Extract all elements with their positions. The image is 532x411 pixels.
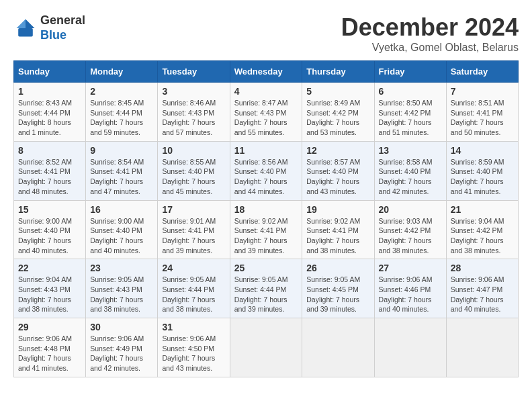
calendar-cell <box>374 318 446 377</box>
logo-icon <box>13 16 38 40</box>
day-number: 2 <box>90 86 153 97</box>
day-number: 18 <box>234 204 298 215</box>
day-number: 29 <box>18 322 81 332</box>
logo: General Blue <box>13 13 85 42</box>
day-number: 20 <box>379 204 442 215</box>
calendar-week-4: 22Sunrise: 9:04 AM Sunset: 4:43 PM Dayli… <box>14 259 519 318</box>
day-number: 23 <box>90 263 153 273</box>
weekday-header-monday: Monday <box>86 61 158 83</box>
calendar-cell: 23Sunrise: 9:05 AM Sunset: 4:43 PM Dayli… <box>86 259 158 318</box>
title-block: December 2024 Vyetka, Gomel Oblast, Bela… <box>341 13 519 54</box>
calendar-header: SundayMondayTuesdayWednesdayThursdayFrid… <box>14 61 519 83</box>
day-info: Sunrise: 8:47 AM Sunset: 4:43 PM Dayligh… <box>234 98 298 138</box>
day-number: 25 <box>234 263 298 273</box>
day-info: Sunrise: 8:59 AM Sunset: 4:40 PM Dayligh… <box>451 157 514 197</box>
day-number: 15 <box>18 204 81 215</box>
day-info: Sunrise: 8:55 AM Sunset: 4:40 PM Dayligh… <box>162 157 225 197</box>
calendar-cell: 21Sunrise: 9:04 AM Sunset: 4:42 PM Dayli… <box>446 200 518 259</box>
calendar-cell: 27Sunrise: 9:06 AM Sunset: 4:46 PM Dayli… <box>374 259 446 318</box>
calendar-cell: 8Sunrise: 8:52 AM Sunset: 4:41 PM Daylig… <box>14 141 86 200</box>
calendar-cell: 18Sunrise: 9:02 AM Sunset: 4:41 PM Dayli… <box>230 200 302 259</box>
month-title: December 2024 <box>341 13 519 42</box>
day-info: Sunrise: 8:58 AM Sunset: 4:40 PM Dayligh… <box>379 157 442 197</box>
calendar-table: SundayMondayTuesdayWednesdayThursdayFrid… <box>13 60 519 377</box>
day-info: Sunrise: 9:06 AM Sunset: 4:50 PM Dayligh… <box>162 334 225 373</box>
day-number: 8 <box>18 145 81 156</box>
weekday-header-wednesday: Wednesday <box>230 61 302 83</box>
day-info: Sunrise: 9:00 AM Sunset: 4:40 PM Dayligh… <box>90 216 153 256</box>
calendar-cell: 31Sunrise: 9:06 AM Sunset: 4:50 PM Dayli… <box>158 318 230 377</box>
calendar-cell: 13Sunrise: 8:58 AM Sunset: 4:40 PM Dayli… <box>374 141 446 200</box>
location-title: Vyetka, Gomel Oblast, Belarus <box>341 42 519 54</box>
calendar-cell <box>302 318 374 377</box>
day-info: Sunrise: 9:06 AM Sunset: 4:48 PM Dayligh… <box>18 334 81 373</box>
calendar-cell: 20Sunrise: 9:03 AM Sunset: 4:42 PM Dayli… <box>374 200 446 259</box>
day-number: 12 <box>306 145 369 156</box>
day-info: Sunrise: 9:05 AM Sunset: 4:44 PM Dayligh… <box>162 275 225 314</box>
day-number: 4 <box>234 86 298 97</box>
calendar-cell: 30Sunrise: 9:06 AM Sunset: 4:49 PM Dayli… <box>86 318 158 377</box>
calendar-week-2: 8Sunrise: 8:52 AM Sunset: 4:41 PM Daylig… <box>14 141 519 200</box>
day-number: 27 <box>379 263 442 273</box>
calendar-cell: 26Sunrise: 9:05 AM Sunset: 4:45 PM Dayli… <box>302 259 374 318</box>
day-number: 26 <box>306 263 369 273</box>
calendar-cell <box>446 318 518 377</box>
day-number: 1 <box>18 86 81 97</box>
calendar-week-5: 29Sunrise: 9:06 AM Sunset: 4:48 PM Dayli… <box>14 318 519 377</box>
day-info: Sunrise: 9:06 AM Sunset: 4:47 PM Dayligh… <box>451 275 514 314</box>
day-number: 19 <box>306 204 369 215</box>
logo-text: General Blue <box>40 13 85 42</box>
calendar-cell: 12Sunrise: 8:57 AM Sunset: 4:40 PM Dayli… <box>302 141 374 200</box>
day-number: 30 <box>90 322 153 332</box>
day-info: Sunrise: 9:04 AM Sunset: 4:42 PM Dayligh… <box>451 216 514 256</box>
day-info: Sunrise: 9:03 AM Sunset: 4:42 PM Dayligh… <box>379 216 442 256</box>
calendar-cell: 4Sunrise: 8:47 AM Sunset: 4:43 PM Daylig… <box>230 83 302 142</box>
day-number: 11 <box>234 145 298 156</box>
day-info: Sunrise: 8:54 AM Sunset: 4:41 PM Dayligh… <box>90 157 153 197</box>
weekday-header-thursday: Thursday <box>302 61 374 83</box>
calendar-cell: 22Sunrise: 9:04 AM Sunset: 4:43 PM Dayli… <box>14 259 86 318</box>
calendar-cell: 5Sunrise: 8:49 AM Sunset: 4:42 PM Daylig… <box>302 83 374 142</box>
day-info: Sunrise: 8:56 AM Sunset: 4:40 PM Dayligh… <box>234 157 298 197</box>
day-number: 7 <box>451 86 514 97</box>
day-info: Sunrise: 9:05 AM Sunset: 4:43 PM Dayligh… <box>90 275 153 314</box>
calendar-cell: 2Sunrise: 8:45 AM Sunset: 4:44 PM Daylig… <box>86 83 158 142</box>
day-info: Sunrise: 9:06 AM Sunset: 4:46 PM Dayligh… <box>379 275 442 314</box>
svg-marker-1 <box>17 19 26 28</box>
day-info: Sunrise: 9:05 AM Sunset: 4:44 PM Dayligh… <box>234 275 298 314</box>
calendar-cell: 24Sunrise: 9:05 AM Sunset: 4:44 PM Dayli… <box>158 259 230 318</box>
calendar-cell: 29Sunrise: 9:06 AM Sunset: 4:48 PM Dayli… <box>14 318 86 377</box>
day-info: Sunrise: 8:50 AM Sunset: 4:42 PM Dayligh… <box>379 98 442 138</box>
day-number: 6 <box>379 86 442 97</box>
calendar-cell: 14Sunrise: 8:59 AM Sunset: 4:40 PM Dayli… <box>446 141 518 200</box>
weekday-header-row: SundayMondayTuesdayWednesdayThursdayFrid… <box>14 61 519 83</box>
day-number: 10 <box>162 145 225 156</box>
logo-blue: Blue <box>40 28 66 42</box>
calendar-week-3: 15Sunrise: 9:00 AM Sunset: 4:40 PM Dayli… <box>14 200 519 259</box>
calendar-cell: 11Sunrise: 8:56 AM Sunset: 4:40 PM Dayli… <box>230 141 302 200</box>
calendar-cell <box>230 318 302 377</box>
day-info: Sunrise: 8:43 AM Sunset: 4:44 PM Dayligh… <box>18 98 81 138</box>
day-number: 14 <box>451 145 514 156</box>
calendar-cell: 1Sunrise: 8:43 AM Sunset: 4:44 PM Daylig… <box>14 83 86 142</box>
day-info: Sunrise: 9:02 AM Sunset: 4:41 PM Dayligh… <box>234 216 298 256</box>
weekday-header-saturday: Saturday <box>446 61 518 83</box>
calendar-cell: 6Sunrise: 8:50 AM Sunset: 4:42 PM Daylig… <box>374 83 446 142</box>
calendar-cell: 7Sunrise: 8:51 AM Sunset: 4:41 PM Daylig… <box>446 83 518 142</box>
calendar-cell: 25Sunrise: 9:05 AM Sunset: 4:44 PM Dayli… <box>230 259 302 318</box>
day-number: 31 <box>162 322 225 332</box>
day-info: Sunrise: 8:46 AM Sunset: 4:43 PM Dayligh… <box>162 98 225 138</box>
svg-marker-0 <box>26 19 35 28</box>
day-info: Sunrise: 9:06 AM Sunset: 4:49 PM Dayligh… <box>90 334 153 373</box>
day-info: Sunrise: 9:05 AM Sunset: 4:45 PM Dayligh… <box>306 275 369 314</box>
calendar-cell: 28Sunrise: 9:06 AM Sunset: 4:47 PM Dayli… <box>446 259 518 318</box>
weekday-header-tuesday: Tuesday <box>158 61 230 83</box>
day-number: 24 <box>162 263 225 273</box>
day-info: Sunrise: 8:52 AM Sunset: 4:41 PM Dayligh… <box>18 157 81 197</box>
day-info: Sunrise: 9:00 AM Sunset: 4:40 PM Dayligh… <box>18 216 81 256</box>
calendar-cell: 10Sunrise: 8:55 AM Sunset: 4:40 PM Dayli… <box>158 141 230 200</box>
calendar-week-1: 1Sunrise: 8:43 AM Sunset: 4:44 PM Daylig… <box>14 83 519 142</box>
day-info: Sunrise: 8:45 AM Sunset: 4:44 PM Dayligh… <box>90 98 153 138</box>
day-number: 21 <box>451 204 514 215</box>
page-header: General Blue December 2024 Vyetka, Gomel… <box>13 13 519 54</box>
